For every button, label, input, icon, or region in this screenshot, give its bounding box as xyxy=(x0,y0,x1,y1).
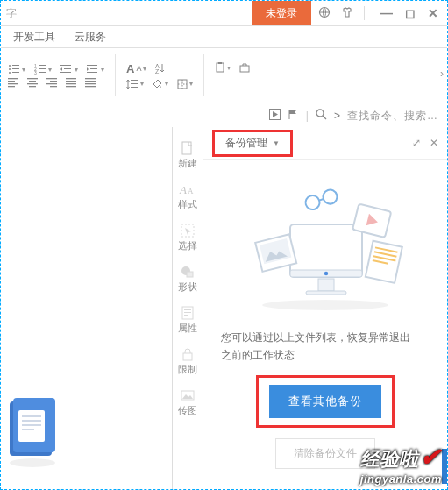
svg-rect-16 xyxy=(87,65,97,66)
menu-dev-tools[interactable]: 开发工具 xyxy=(13,30,55,45)
svg-rect-58 xyxy=(22,424,41,426)
svg-rect-33 xyxy=(66,83,76,84)
svg-rect-12 xyxy=(39,72,46,73)
svg-rect-15 xyxy=(60,72,71,73)
clear-backups-button[interactable]: 清除备份文件 xyxy=(275,438,375,469)
svg-rect-69 xyxy=(184,312,191,313)
backup-message-line1: 您可以通过以上文件列表，恢复异常退出 xyxy=(221,329,430,346)
svg-point-80 xyxy=(321,188,338,206)
svg-rect-61 xyxy=(182,142,191,154)
backup-panel: 备份管理 ▼ ⤢ ✕ xyxy=(203,127,447,489)
chevron-down-icon: ▼ xyxy=(273,139,280,147)
svg-point-1 xyxy=(9,65,11,67)
rail-select-label: 选择 xyxy=(178,239,197,252)
rail-shape[interactable]: 形状 xyxy=(178,265,197,294)
close-icon[interactable]: ✕ xyxy=(428,6,438,20)
svg-line-52 xyxy=(323,116,326,119)
indent-decrease-button[interactable]: ▾ xyxy=(60,64,78,75)
svg-rect-4 xyxy=(12,68,19,69)
menu-cloud[interactable]: 云服务 xyxy=(75,30,106,45)
svg-rect-71 xyxy=(183,353,192,360)
svg-point-3 xyxy=(9,68,11,70)
svg-rect-66 xyxy=(187,272,193,277)
backup-manage-label: 备份管理 xyxy=(225,136,267,151)
sort-button[interactable]: AZ xyxy=(155,63,165,74)
backup-manage-button[interactable]: 备份管理 ▼ xyxy=(212,130,293,157)
svg-point-60 xyxy=(10,458,55,467)
rail-restrict[interactable]: 限制 xyxy=(178,347,197,376)
svg-rect-18 xyxy=(87,72,97,73)
shading-button[interactable]: ▾ xyxy=(153,79,168,89)
skin-icon[interactable] xyxy=(341,6,353,21)
svg-text:Z: Z xyxy=(155,68,160,75)
svg-rect-8 xyxy=(39,65,46,66)
svg-rect-34 xyxy=(66,86,76,87)
svg-rect-70 xyxy=(184,315,188,316)
svg-rect-35 xyxy=(85,78,96,79)
svg-rect-23 xyxy=(27,78,38,79)
align-distribute-button[interactable] xyxy=(85,78,96,87)
document-area[interactable] xyxy=(1,127,173,489)
align-left-button[interactable] xyxy=(8,78,18,87)
svg-rect-38 xyxy=(85,86,96,87)
svg-rect-13 xyxy=(60,65,71,66)
ribbon-expand-icon[interactable]: › xyxy=(440,67,444,80)
svg-rect-17 xyxy=(90,68,97,69)
clipboard-button[interactable]: ▾ xyxy=(215,62,231,73)
cmd-play-icon[interactable] xyxy=(269,109,281,123)
minimize-icon[interactable]: — xyxy=(380,6,393,20)
align-right-button[interactable] xyxy=(46,78,57,87)
line-spacing-button[interactable]: ▾ xyxy=(126,79,144,89)
font-size-button[interactable]: AA▾ xyxy=(126,62,146,75)
svg-rect-27 xyxy=(46,78,57,79)
svg-rect-43 xyxy=(131,87,138,88)
view-other-backups-button[interactable]: 查看其他备份 xyxy=(269,385,381,418)
svg-point-51 xyxy=(316,110,324,117)
login-status-badge[interactable]: 未登录 xyxy=(252,1,311,25)
panel-close-icon[interactable]: ✕ xyxy=(430,137,438,149)
svg-rect-74 xyxy=(290,224,362,277)
bullets-button[interactable]: ▾ xyxy=(8,64,25,75)
scroll-indicator[interactable] xyxy=(442,449,447,484)
svg-rect-41 xyxy=(131,80,138,81)
rail-property-label: 属性 xyxy=(178,322,197,335)
rail-restrict-label: 限制 xyxy=(178,363,197,376)
titlebar-divider xyxy=(364,6,365,20)
folder-icon xyxy=(6,393,62,472)
svg-rect-68 xyxy=(184,309,191,310)
svg-rect-77 xyxy=(318,279,334,291)
rail-new[interactable]: 新建 xyxy=(178,141,197,170)
svg-rect-37 xyxy=(85,83,96,84)
svg-rect-56 xyxy=(22,415,41,417)
align-center-button[interactable] xyxy=(27,78,38,87)
rail-legend[interactable]: 传图 xyxy=(178,388,197,417)
align-justify-button[interactable] xyxy=(66,78,76,87)
rail-property[interactable]: 属性 xyxy=(178,306,197,335)
rail-shape-label: 形状 xyxy=(178,281,197,294)
browser-icon[interactable] xyxy=(318,6,331,21)
search-icon[interactable] xyxy=(316,109,327,123)
rail-select[interactable]: 选择 xyxy=(178,224,197,252)
panel-expand-icon[interactable]: ⤢ xyxy=(412,137,421,149)
svg-point-79 xyxy=(303,194,321,211)
cmd-separator: | xyxy=(306,110,309,122)
command-search-input[interactable]: 查找命令、搜索… xyxy=(347,109,438,124)
numbering-button[interactable]: 123▾ xyxy=(34,64,52,75)
maximize-icon[interactable]: ◻ xyxy=(405,6,416,20)
borders-button[interactable]: ▾ xyxy=(177,79,193,89)
side-rail: 新建 AA 样式 选择 形状 属性 限制 xyxy=(173,127,203,489)
svg-rect-59 xyxy=(22,429,34,430)
svg-rect-21 xyxy=(8,83,18,84)
svg-rect-26 xyxy=(29,86,36,87)
svg-rect-14 xyxy=(64,68,71,69)
svg-rect-22 xyxy=(8,86,15,87)
svg-rect-36 xyxy=(85,81,96,82)
toolbox-button[interactable] xyxy=(239,62,250,73)
cmd-flag-icon[interactable] xyxy=(288,109,299,123)
svg-rect-57 xyxy=(22,420,41,422)
indent-increase-button[interactable]: ▾ xyxy=(87,64,104,75)
svg-point-76 xyxy=(324,272,328,275)
svg-rect-31 xyxy=(66,78,76,79)
rail-style[interactable]: AA 样式 xyxy=(178,182,197,211)
rail-style-label: 样式 xyxy=(178,198,197,211)
